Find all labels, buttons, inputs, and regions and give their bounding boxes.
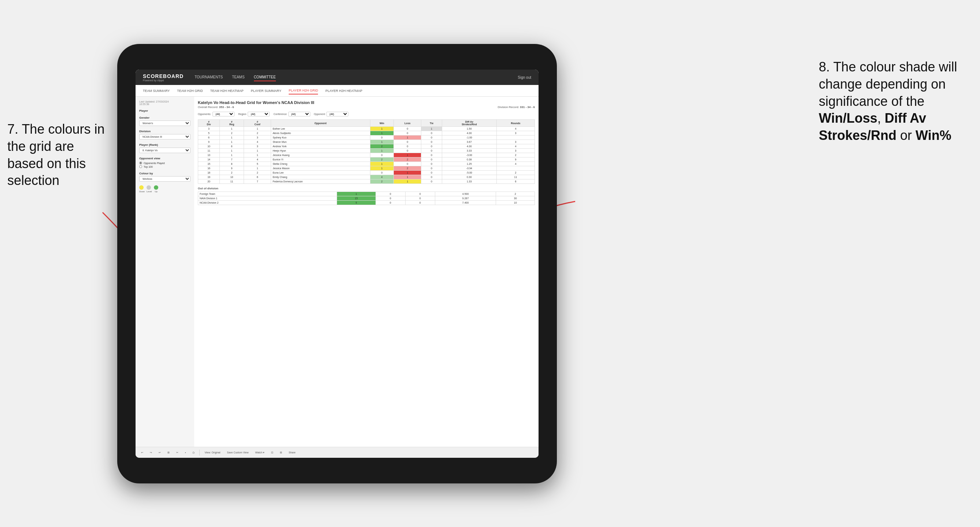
sign-out[interactable]: Sign out bbox=[518, 75, 531, 79]
sidebar-gender-select[interactable]: Women's bbox=[139, 121, 191, 126]
ood-cell-loss: 0 bbox=[375, 192, 405, 196]
ood-cell-rounds: 30 bbox=[496, 196, 535, 201]
toolbar-share[interactable]: Share bbox=[287, 451, 298, 454]
cell-win: 2 bbox=[370, 179, 394, 184]
toolbar-divider bbox=[199, 450, 200, 456]
annotation-right-bold1: Win/Loss bbox=[819, 111, 877, 125]
toolbar-save-custom[interactable]: Save Custom View bbox=[225, 451, 251, 454]
division-record-value: 331 - 34 - 6 bbox=[520, 105, 535, 109]
cell-div: 16 bbox=[198, 166, 220, 171]
sidebar-player-rank-select[interactable]: 8. Katelyn Vo bbox=[139, 148, 191, 153]
table-row: 9 1 4 Sharon Mun 1 0 0 3.67 3 bbox=[198, 140, 535, 144]
ood-cell-loss: 0 bbox=[375, 201, 405, 205]
sidebar-radio-opponents-played[interactable]: Opponents Played bbox=[139, 162, 191, 164]
cell-win: 0 bbox=[370, 153, 394, 157]
table-row: 6 1 3 Sydney Kuo 0 1 0 -1.00 bbox=[198, 135, 535, 140]
cell-tie: 0 bbox=[421, 162, 442, 166]
table-header-row: #Div #Reg #Conf Opponent Win Loss Tie Di… bbox=[198, 120, 535, 127]
ood-cell-diff: 4.500 bbox=[435, 192, 496, 196]
cell-name: Heejo Hyun bbox=[271, 149, 370, 153]
toolbar-watch[interactable]: Watch ▾ bbox=[253, 451, 267, 455]
cell-tie: 0 bbox=[421, 179, 442, 184]
subnav-player-h2h-heatmap[interactable]: PLAYER H2H HEATMAP bbox=[325, 87, 362, 94]
radio-dot-opponents bbox=[139, 162, 142, 164]
colour-dot-up bbox=[154, 185, 158, 190]
col-win: Win bbox=[370, 120, 394, 127]
radio-label-opponents: Opponents Played bbox=[143, 162, 165, 164]
colour-dot-down bbox=[139, 185, 143, 190]
filter-opponent-select[interactable]: (All) bbox=[326, 112, 348, 116]
sidebar-division-select[interactable]: NCAA Division III bbox=[139, 134, 191, 140]
ood-cell-diff: 9.267 bbox=[435, 196, 496, 201]
subnav-player-h2h-grid[interactable]: PLAYER H2H GRID bbox=[289, 87, 318, 94]
col-div: #Div bbox=[198, 120, 220, 127]
table-row: 10 6 3 Andrea York 2 0 0 4.00 4 bbox=[198, 144, 535, 149]
nav-committee[interactable]: COMMITTEE bbox=[254, 74, 276, 81]
nav-tournaments[interactable]: TOURNAMENTS bbox=[194, 74, 223, 81]
cell-loss: 0 bbox=[394, 149, 421, 153]
filter-conference-select[interactable]: (All) bbox=[288, 112, 310, 116]
cell-reg: 1 bbox=[220, 149, 244, 153]
sidebar-player-label: Player bbox=[139, 109, 191, 113]
sidebar-opponent-view-label: Opponent view bbox=[139, 157, 191, 160]
toolbar-undo[interactable]: ↩ bbox=[139, 451, 145, 455]
subnav-team-summary[interactable]: TEAM SUMMARY bbox=[143, 87, 170, 94]
sidebar-player-section: Player bbox=[139, 109, 191, 113]
toolbar-back[interactable]: ↩ bbox=[157, 451, 163, 455]
ood-cell-tie: 0 bbox=[405, 192, 435, 196]
division-record: Division Record: 331 - 34 - 6 bbox=[498, 105, 535, 109]
subnav-team-h2h-grid[interactable]: TEAM H2H GRID bbox=[177, 87, 203, 94]
division-record-label: Division Record: bbox=[498, 105, 519, 109]
cell-reg: 9 bbox=[220, 166, 244, 171]
colour-label-down: Down bbox=[139, 190, 143, 193]
col-reg: #Reg bbox=[220, 120, 244, 127]
table-row: 11 1 1 Heejo Hyun 1 0 0 3.33 3 bbox=[198, 149, 535, 153]
cell-rounds: 6 bbox=[496, 179, 535, 184]
toolbar-grid[interactable]: ⊞ bbox=[165, 451, 172, 455]
overall-record-value: 353 - 34 - 6 bbox=[219, 105, 234, 109]
toolbar-cut[interactable]: ✂ bbox=[174, 451, 180, 455]
radio-dot-top100 bbox=[139, 165, 142, 168]
toolbar-view-original[interactable]: View: Original bbox=[203, 451, 222, 454]
cell-loss: 0 bbox=[394, 140, 421, 144]
logo-sub: Powered by clippd bbox=[143, 79, 183, 82]
sidebar-colour-by-select[interactable]: Win/loss Diff Av Strokes/Rnd Win% bbox=[139, 176, 191, 182]
sidebar-radio-top100[interactable]: Top 100 bbox=[139, 165, 191, 168]
toolbar-icon2[interactable]: ⊞ bbox=[278, 451, 284, 455]
cell-conf: 1 bbox=[244, 166, 271, 171]
col-rounds: Rounds bbox=[496, 120, 535, 127]
overall-record-label: Overall Record: bbox=[198, 105, 218, 109]
table-row: 15 8 5 Stella Cheng 1 0 0 1.25 4 bbox=[198, 162, 535, 166]
cell-rounds: 3 bbox=[496, 131, 535, 135]
nav-teams[interactable]: TEAMS bbox=[232, 74, 244, 81]
cell-tie: 0 bbox=[421, 144, 442, 149]
cell-diff: 3.67 bbox=[442, 140, 496, 144]
logo-area: SCOREBOARD Powered by clippd bbox=[143, 73, 183, 82]
subnav-player-summary[interactable]: PLAYER SUMMARY bbox=[251, 87, 282, 94]
grid-title: Katelyn Vo Head-to-Head Grid for Women's… bbox=[198, 100, 535, 105]
cell-div: 11 bbox=[198, 149, 220, 153]
col-tie: Tie bbox=[421, 120, 442, 127]
cell-reg: 10 bbox=[220, 175, 244, 179]
toolbar-icon1[interactable]: ⊡ bbox=[269, 451, 275, 455]
cell-loss: 0 bbox=[394, 144, 421, 149]
ood-table-body: Foreign Team 1 0 0 4.500 2 NAIA Division… bbox=[198, 192, 535, 205]
filter-region-select[interactable]: (All) bbox=[248, 112, 270, 116]
filter-opponents-select[interactable]: (All) bbox=[213, 112, 234, 116]
toolbar-clock[interactable]: ◷ bbox=[191, 451, 196, 455]
tablet: SCOREBOARD Powered by clippd TOURNAMENTS… bbox=[117, 44, 557, 483]
cell-conf: 6 bbox=[244, 175, 271, 179]
toolbar-dot[interactable]: • bbox=[183, 451, 188, 454]
ood-table-row: Foreign Team 1 0 0 4.500 2 bbox=[198, 192, 535, 196]
toolbar-redo[interactable]: ↪ bbox=[148, 451, 154, 455]
cell-conf: 5 bbox=[244, 162, 271, 166]
cell-win: 1 bbox=[370, 140, 394, 144]
cell-tie: 0 bbox=[421, 175, 442, 179]
cell-div: 20 bbox=[198, 179, 220, 184]
cell-name: Sharon Mun bbox=[271, 140, 370, 144]
cell-rounds: 4 bbox=[496, 162, 535, 166]
cell-conf: 3 bbox=[244, 144, 271, 149]
table-row: 16 9 1 Jessica Mason 1 2 0 -0.94 bbox=[198, 166, 535, 171]
subnav-team-h2h-heatmap[interactable]: TEAM H2H HEATMAP bbox=[210, 87, 243, 94]
col-conf: #Conf bbox=[244, 120, 271, 127]
